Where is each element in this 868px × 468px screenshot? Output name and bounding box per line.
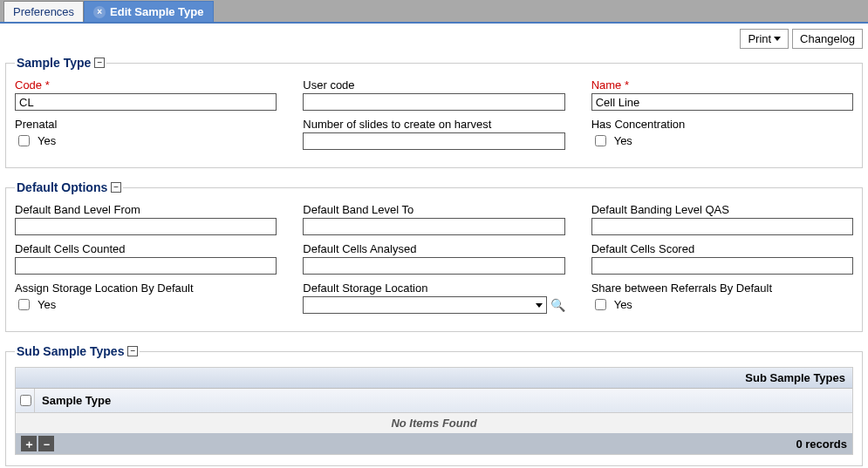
label-num-slides: Number of slides to create on harvest xyxy=(303,118,564,131)
collapse-toggle-icon[interactable]: − xyxy=(127,346,138,356)
legend-sub-sample-types-label: Sub Sample Types xyxy=(17,344,124,358)
tab-edit-sample-type-label: Edit Sample Type xyxy=(110,5,203,18)
chevron-down-icon xyxy=(536,303,543,308)
input-num-slides[interactable] xyxy=(303,132,564,150)
label-name: Name * xyxy=(591,78,853,92)
print-button[interactable]: Print xyxy=(740,29,789,49)
select-default-storage[interactable] xyxy=(303,296,546,314)
checkbox-has-concentration-yes: Yes xyxy=(614,134,632,147)
fieldset-sub-sample-types: Sub Sample Types − Sub Sample Types Samp… xyxy=(5,344,863,466)
input-name[interactable] xyxy=(591,93,853,111)
print-label: Print xyxy=(748,32,771,45)
checkbox-share-referrals-yes: Yes xyxy=(614,298,632,311)
table-empty-message: No Items Found xyxy=(16,413,852,433)
tab-edit-sample-type[interactable]: × Edit Sample Type xyxy=(84,1,213,22)
checkbox-prenatal[interactable] xyxy=(18,135,30,146)
legend-default-options-label: Default Options xyxy=(17,180,107,194)
close-icon[interactable]: × xyxy=(93,6,106,18)
label-cells-counted: Default Cells Counted xyxy=(15,242,277,255)
input-band-qas[interactable] xyxy=(591,218,853,235)
chevron-down-icon xyxy=(774,37,781,41)
label-cells-analysed: Default Cells Analysed xyxy=(303,242,564,255)
input-band-to[interactable] xyxy=(303,218,564,235)
label-code: Code * xyxy=(15,78,277,92)
search-icon[interactable]: 🔍 xyxy=(550,298,565,312)
checkbox-assign-storage-yes: Yes xyxy=(38,298,56,311)
input-cells-analysed[interactable] xyxy=(303,257,564,275)
collapse-toggle-icon[interactable]: − xyxy=(111,182,121,193)
legend-sample-type: Sample Type − xyxy=(15,56,106,70)
label-assign-storage: Assign Storage Location By Default xyxy=(15,281,277,295)
input-cells-counted[interactable] xyxy=(15,257,277,275)
label-default-storage: Default Storage Location xyxy=(303,281,564,295)
table-footer: ＋ － 0 records xyxy=(16,433,852,454)
table-header-row: Sample Type xyxy=(16,389,852,413)
checkbox-select-all[interactable] xyxy=(20,395,31,406)
checkbox-has-concentration[interactable] xyxy=(595,135,606,146)
input-band-from[interactable] xyxy=(15,218,277,235)
table-title: Sub Sample Types xyxy=(16,368,852,389)
label-share-referrals: Share between Referrals By Default xyxy=(591,281,853,295)
label-cells-scored: Default Cells Scored xyxy=(591,242,853,255)
changelog-button[interactable]: Changelog xyxy=(792,29,863,49)
changelog-label: Changelog xyxy=(800,32,855,45)
legend-sub-sample-types: Sub Sample Types − xyxy=(15,344,140,358)
label-band-to: Default Band Level To xyxy=(303,203,564,216)
checkbox-prenatal-yes: Yes xyxy=(38,134,56,147)
checkbox-assign-storage[interactable] xyxy=(18,299,30,310)
tab-bar: Preferences × Edit Sample Type xyxy=(0,0,868,24)
label-user-code: User code xyxy=(303,78,564,92)
input-user-code[interactable] xyxy=(303,93,564,111)
fieldset-sample-type: Sample Type − Code * User code Name * Pr… xyxy=(5,56,863,168)
column-header-sample-type[interactable]: Sample Type xyxy=(35,390,852,410)
label-prenatal: Prenatal xyxy=(15,118,277,131)
legend-sample-type-label: Sample Type xyxy=(17,56,91,70)
tab-preferences-label: Preferences xyxy=(13,5,74,18)
fieldset-default-options: Default Options − Default Band Level Fro… xyxy=(5,180,863,332)
remove-row-button[interactable]: － xyxy=(38,436,54,451)
label-band-from: Default Band Level From xyxy=(15,203,277,216)
checkbox-share-referrals[interactable] xyxy=(595,299,606,310)
collapse-toggle-icon[interactable]: − xyxy=(94,58,105,68)
add-row-button[interactable]: ＋ xyxy=(21,436,37,451)
legend-default-options: Default Options − xyxy=(15,180,123,194)
tab-preferences[interactable]: Preferences xyxy=(3,1,84,22)
label-has-concentration: Has Concentration xyxy=(591,118,853,131)
sub-sample-types-table: Sub Sample Types Sample Type No Items Fo… xyxy=(15,367,853,455)
toolbar: Print Changelog xyxy=(0,24,868,52)
input-code[interactable] xyxy=(15,93,277,111)
label-band-qas: Default Banding Level QAS xyxy=(591,203,853,216)
record-count: 0 records xyxy=(796,437,847,451)
input-cells-scored[interactable] xyxy=(591,257,853,275)
